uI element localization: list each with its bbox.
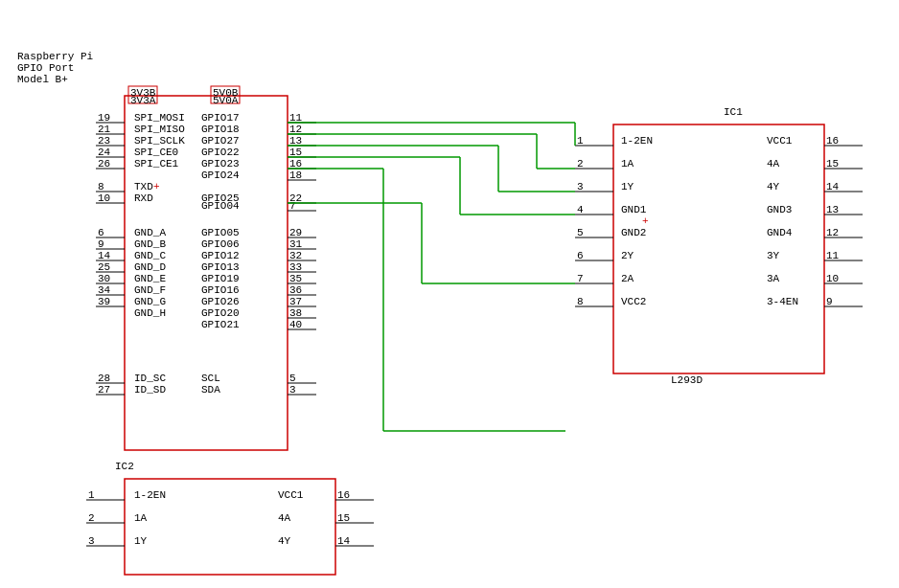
svg-text:36: 36 (289, 284, 302, 296)
svg-text:21: 21 (98, 124, 111, 135)
svg-text:GPIO21: GPIO21 (201, 319, 240, 330)
svg-text:GPIO26: GPIO26 (201, 296, 240, 307)
svg-text:30: 30 (98, 273, 110, 284)
ic1-sublabel: L293D (671, 374, 703, 386)
svg-text:37: 37 (289, 296, 302, 307)
svg-text:4A: 4A (767, 158, 780, 170)
svg-text:3V3A: 3V3A (130, 95, 156, 106)
svg-text:27: 27 (98, 384, 110, 396)
svg-text:14: 14 (826, 181, 840, 192)
svg-text:1A: 1A (134, 512, 148, 524)
svg-text:9: 9 (98, 238, 104, 250)
svg-text:25: 25 (98, 261, 110, 273)
svg-text:23: 23 (98, 135, 110, 147)
svg-text:GPIO24: GPIO24 (201, 170, 240, 181)
svg-text:GND_A: GND_A (134, 227, 166, 238)
svg-text:34: 34 (98, 284, 111, 296)
svg-text:2: 2 (88, 512, 95, 524)
svg-text:SCL: SCL (201, 373, 220, 384)
svg-text:11: 11 (826, 250, 840, 261)
svg-text:26: 26 (98, 158, 110, 170)
svg-text:1-2EN: 1-2EN (134, 489, 166, 501)
svg-text:GND_G: GND_G (134, 296, 166, 307)
svg-text:GPIO27: GPIO27 (201, 135, 240, 147)
svg-text:1Y: 1Y (621, 181, 634, 192)
svg-text:16: 16 (289, 158, 302, 170)
svg-text:GPIO06: GPIO06 (201, 238, 240, 250)
svg-text:ID_SD: ID_SD (134, 384, 166, 396)
svg-text:14: 14 (337, 535, 351, 547)
rpi-model-label: Model B+ (17, 74, 68, 85)
svg-text:35: 35 (289, 273, 302, 284)
svg-text:13: 13 (289, 135, 302, 147)
svg-text:18: 18 (289, 170, 302, 181)
svg-text:16: 16 (337, 489, 350, 501)
svg-text:7: 7 (577, 273, 584, 284)
svg-text:ID_SC: ID_SC (134, 373, 166, 384)
svg-text:GPIO13: GPIO13 (201, 261, 240, 273)
svg-text:GPIO22: GPIO22 (201, 147, 240, 158)
svg-text:GND2: GND2 (621, 227, 646, 238)
svg-text:VCC1: VCC1 (767, 135, 793, 147)
svg-text:1: 1 (88, 489, 95, 501)
svg-text:VCC1: VCC1 (278, 489, 304, 501)
svg-text:GND3: GND3 (767, 204, 792, 215)
svg-text:32: 32 (289, 250, 302, 261)
svg-text:10: 10 (98, 192, 110, 204)
rpi-label: Raspberry Pi (17, 51, 94, 62)
svg-text:GPIO18: GPIO18 (201, 124, 240, 135)
svg-text:GND_E: GND_E (134, 273, 166, 284)
svg-text:3Y: 3Y (767, 250, 780, 261)
svg-text:15: 15 (826, 158, 839, 170)
svg-text:GND_H: GND_H (134, 307, 166, 319)
svg-text:11: 11 (289, 112, 303, 124)
svg-text:GPIO05: GPIO05 (201, 227, 240, 238)
svg-text:4Y: 4Y (767, 181, 780, 192)
svg-text:RXD: RXD (134, 192, 153, 204)
svg-text:9: 9 (826, 296, 833, 307)
svg-text:3: 3 (289, 384, 296, 396)
svg-text:+: + (642, 215, 649, 227)
svg-text:8: 8 (577, 296, 584, 307)
svg-text:GPIO16: GPIO16 (201, 284, 240, 296)
svg-text:1A: 1A (621, 158, 634, 170)
svg-text:GPIO23: GPIO23 (201, 158, 240, 170)
svg-text:14: 14 (98, 250, 111, 261)
svg-text:8: 8 (98, 181, 104, 192)
svg-text:6: 6 (98, 227, 104, 238)
svg-text:GPIO17: GPIO17 (201, 112, 240, 124)
svg-text:GPIO04: GPIO04 (201, 200, 240, 212)
svg-text:GPIO20: GPIO20 (201, 307, 240, 319)
rpi-gpio-label: GPIO Port (17, 62, 74, 74)
svg-text:10: 10 (826, 273, 839, 284)
svg-text:SPI_MOSI: SPI_MOSI (134, 112, 185, 124)
ic2-label: IC2 (115, 461, 134, 472)
svg-text:19: 19 (98, 112, 110, 124)
svg-text:GND_D: GND_D (134, 261, 166, 273)
svg-text:SPI_MISO: SPI_MISO (134, 124, 185, 135)
svg-text:29: 29 (289, 227, 302, 238)
svg-text:SPI_SCLK: SPI_SCLK (134, 135, 185, 147)
svg-text:16: 16 (826, 135, 839, 147)
svg-text:3A: 3A (767, 273, 780, 284)
svg-text:SDA: SDA (201, 384, 220, 396)
svg-text:2Y: 2Y (621, 250, 634, 261)
svg-text:GND_C: GND_C (134, 250, 166, 261)
ic1-label: IC1 (724, 106, 743, 118)
svg-text:28: 28 (98, 373, 110, 384)
svg-text:4Y: 4Y (278, 535, 291, 547)
svg-text:33: 33 (289, 261, 302, 273)
svg-text:6: 6 (577, 250, 584, 261)
svg-text:SPI_CE1: SPI_CE1 (134, 158, 179, 170)
svg-text:5V0A: 5V0A (213, 95, 239, 106)
svg-text:GND_F: GND_F (134, 284, 166, 296)
svg-text:13: 13 (826, 204, 839, 215)
svg-text:TXD: TXD (134, 181, 153, 192)
svg-text:3: 3 (88, 535, 95, 547)
svg-text:15: 15 (337, 512, 350, 524)
svg-text:5: 5 (289, 373, 296, 384)
svg-text:24: 24 (98, 147, 111, 158)
svg-text:GND_B: GND_B (134, 238, 166, 250)
svg-text:GPIO19: GPIO19 (201, 273, 240, 284)
svg-text:31: 31 (289, 238, 303, 250)
